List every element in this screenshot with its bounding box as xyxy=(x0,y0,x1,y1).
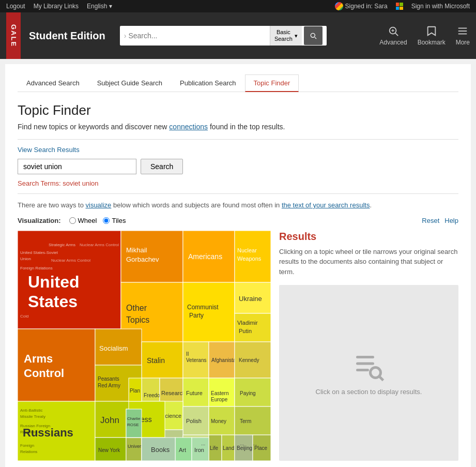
svg-rect-130 xyxy=(356,356,374,358)
language-label: English xyxy=(87,3,107,10)
tabs: Advanced Search Subject Guide Search Pub… xyxy=(18,74,458,92)
svg-text:Europe: Europe xyxy=(211,397,228,402)
svg-text:Art: Art xyxy=(179,447,186,453)
svg-text:Vladimir: Vladimir xyxy=(237,320,258,326)
wheel-radio-label[interactable]: Wheel xyxy=(69,217,97,224)
topic-search-input[interactable] xyxy=(18,159,136,174)
svg-text:Charlie: Charlie xyxy=(127,416,141,421)
google-icon xyxy=(335,2,343,10)
svg-text:Relations: Relations xyxy=(20,449,37,454)
svg-text:United States-Soviet: United States-Soviet xyxy=(20,250,58,255)
results-subtitle: Clicking on a topic wheel or tile narrow… xyxy=(279,247,458,277)
header: GALE Student Edition › BasicSearch ▾ Adv… xyxy=(0,12,476,59)
svg-text:Peasants: Peasants xyxy=(98,376,119,382)
svg-text:Other: Other xyxy=(126,304,147,312)
tiles-radio[interactable] xyxy=(103,217,110,224)
svg-text:Nuclear Arms Control: Nuclear Arms Control xyxy=(51,258,90,263)
results-panel: Results Clicking on a topic wheel or til… xyxy=(279,231,458,461)
text-link[interactable]: the text of your search results xyxy=(282,201,370,209)
svg-text:Control: Control xyxy=(24,367,64,380)
signed-in-label: Signed in: Sara xyxy=(345,3,388,10)
svg-text:Anti-Ballistic: Anti-Ballistic xyxy=(20,408,43,413)
svg-text:...: ... xyxy=(240,441,244,446)
search-type-button[interactable]: BasicSearch ▾ xyxy=(270,26,302,46)
more-label: More xyxy=(456,39,470,46)
info-text: There are two ways to visualize below wh… xyxy=(18,200,458,210)
top-bar: Logout My Library Links English ▾ Signed… xyxy=(0,0,476,12)
svg-rect-131 xyxy=(356,362,374,365)
main-content: Advanced Search Subject Guide Search Pub… xyxy=(5,64,471,467)
svg-text:Ukraine: Ukraine xyxy=(239,295,262,303)
svg-text:Cold: Cold xyxy=(20,314,28,319)
search-type-chevron: ▾ xyxy=(295,33,298,39)
svg-text:Stalin: Stalin xyxy=(147,356,165,365)
advanced-label: Advanced xyxy=(379,39,407,46)
search-type-label: BasicSearch xyxy=(274,29,293,42)
wheel-radio[interactable] xyxy=(69,217,76,224)
divider-1 xyxy=(18,139,458,140)
svg-rect-10 xyxy=(18,329,95,401)
bookmark-action[interactable]: Bookmark xyxy=(418,25,446,46)
svg-text:ROSE: ROSE xyxy=(127,423,139,427)
view-results-link[interactable]: View Search Results xyxy=(18,146,458,154)
gale-badge: GALE xyxy=(6,12,21,59)
svg-rect-132 xyxy=(356,369,369,371)
svg-text:Socialism: Socialism xyxy=(99,344,128,352)
divider-2 xyxy=(18,193,458,194)
app-title: Student Edition xyxy=(29,30,105,42)
svg-text:Missile Treaty: Missile Treaty xyxy=(20,414,45,419)
topic-search-button[interactable]: Search xyxy=(141,159,183,174)
svg-text:Russian Foreign: Russian Foreign xyxy=(20,424,50,428)
svg-text:Land: Land xyxy=(223,445,234,451)
svg-text:Arms: Arms xyxy=(24,352,53,365)
header-search-input[interactable] xyxy=(128,32,269,40)
svg-text:Foreign Relations: Foreign Relations xyxy=(20,266,53,270)
svg-point-133 xyxy=(370,367,380,378)
language-selector[interactable]: English ▾ xyxy=(87,3,112,10)
treemap-svg: United States Arms Control Russians Mikh… xyxy=(18,231,271,461)
svg-text:New York: New York xyxy=(98,447,120,453)
chevron-down-icon: ▾ xyxy=(109,3,112,10)
tab-subject-guide[interactable]: Subject Guide Search xyxy=(88,74,171,92)
connections-link[interactable]: connections xyxy=(169,123,208,131)
tab-publication[interactable]: Publication Search xyxy=(171,74,244,92)
svg-text:Research: Research xyxy=(161,390,186,396)
svg-text:Books: Books xyxy=(151,446,170,454)
svg-rect-73 xyxy=(126,438,142,461)
svg-text:Putin: Putin xyxy=(239,328,252,334)
viz-links: Reset Help xyxy=(422,217,458,224)
microsoft-sign-in[interactable]: Sign in with Microsoft xyxy=(411,3,470,10)
treemap-container[interactable]: United States Arms Control Russians Mikh… xyxy=(18,231,271,461)
viz-label: Visualization: xyxy=(18,217,61,224)
advanced-action[interactable]: Advanced xyxy=(379,25,407,46)
svg-text:...: ... xyxy=(253,441,257,446)
svg-text:Eastern: Eastern xyxy=(211,390,228,396)
header-search-bar: › BasicSearch ▾ xyxy=(120,26,327,46)
my-library-links[interactable]: My Library Links xyxy=(34,3,79,10)
results-title: Results xyxy=(279,231,458,243)
svg-text:States: States xyxy=(28,292,78,311)
wheel-label: Wheel xyxy=(78,217,97,224)
header-search-submit[interactable] xyxy=(304,26,323,45)
tab-topic-finder[interactable]: Topic Finder xyxy=(245,74,299,92)
placeholder-text: Click on a section to display results. xyxy=(316,388,422,396)
tiles-radio-label[interactable]: Tiles xyxy=(103,217,126,224)
svg-text:Kennedy: Kennedy xyxy=(239,357,259,363)
svg-text:Veterans: Veterans xyxy=(186,357,206,363)
svg-text:Future: Future xyxy=(186,390,203,396)
svg-text:Plan: Plan xyxy=(130,388,140,394)
svg-text:Life: Life xyxy=(210,445,219,451)
search-results-icon xyxy=(354,351,385,382)
svg-text:Money: Money xyxy=(211,418,226,424)
logout-link[interactable]: Logout xyxy=(6,3,25,10)
page-title: Topic Finder xyxy=(18,102,458,118)
more-action[interactable]: More xyxy=(456,25,470,46)
tab-advanced-search[interactable]: Advanced Search xyxy=(18,74,88,92)
help-link[interactable]: Help xyxy=(444,217,458,224)
reset-link[interactable]: Reset xyxy=(422,217,439,224)
visualize-link[interactable]: visualize xyxy=(86,201,112,209)
svg-text:Communist: Communist xyxy=(187,304,219,311)
svg-text:Party: Party xyxy=(189,312,204,319)
search-terms-label: Search Terms: xyxy=(18,179,63,187)
svg-text:...: ... xyxy=(201,441,205,446)
